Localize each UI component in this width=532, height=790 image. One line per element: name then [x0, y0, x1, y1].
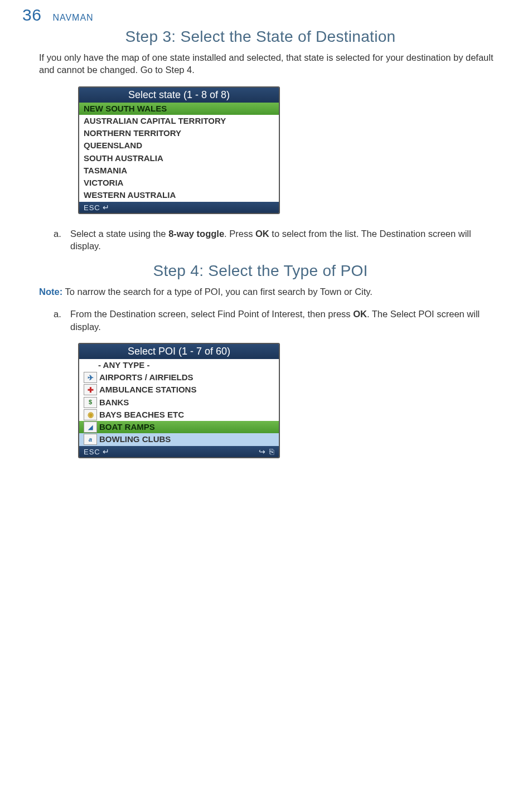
select-state-list: NEW SOUTH WALES AUSTRALIAN CAPITAL TERRI… — [79, 103, 279, 202]
esc-label[interactable]: ESC ↵ — [84, 447, 110, 456]
list-item[interactable]: NORTHERN TERRITORY — [79, 127, 279, 139]
list-item-label: AIRPORTS / AIRFIELDS — [99, 372, 194, 383]
list-item-label: AMBULANCE STATIONS — [99, 384, 196, 395]
bullet-marker: a. — [54, 227, 61, 240]
list-item-label: WESTERN AUSTRALIA — [84, 190, 176, 201]
bullet-marker: a. — [54, 308, 61, 320]
list-item[interactable]: AUSTRALIAN CAPITAL TERRITORY — [79, 115, 279, 127]
bank-icon: $ — [84, 397, 97, 408]
enter-icon: ↵ — [103, 203, 110, 212]
list-item[interactable]: WESTERN AUSTRALIA — [79, 189, 279, 201]
list-item[interactable]: - ANY TYPE - — [79, 359, 279, 371]
note-label: Note: — [39, 287, 62, 297]
blank-icon — [84, 360, 96, 370]
bowling-icon: a — [84, 434, 97, 445]
list-item[interactable]: ◢ BOAT RAMPS — [79, 421, 279, 433]
list-item[interactable]: ◉ BAYS BEACHES ETC — [79, 409, 279, 421]
note-text: To narrow the search for a type of POI, … — [62, 287, 373, 297]
bullet-text-part: Select a state using the — [70, 229, 168, 239]
step3-title: Step 3: Select the State of Destination — [22, 28, 499, 46]
list-item-label: NEW SOUTH WALES — [84, 103, 167, 114]
loop-icon[interactable]: ↪ — [259, 447, 266, 456]
footer-right: ↪ ⎘ — [259, 447, 274, 456]
list-item[interactable]: $ BANKS — [79, 396, 279, 409]
select-state-screenshot: Select state (1 - 8 of 8) NEW SOUTH WALE… — [78, 86, 280, 214]
bullet-text-part: . Press — [224, 229, 255, 239]
step4-title: Step 4: Select the Type of POI — [22, 262, 499, 280]
select-poi-titlebar: Select POI (1 - 7 of 60) — [79, 344, 279, 359]
select-poi-list: - ANY TYPE - ✈ AIRPORTS / AIRFIELDS ✚ AM… — [79, 359, 279, 446]
list-item-label: BAYS BEACHES ETC — [99, 409, 184, 420]
list-item[interactable]: SOUTH AUSTRALIA — [79, 152, 279, 164]
list-item-label: BOAT RAMPS — [99, 421, 155, 433]
list-item-label: TASMANIA — [84, 165, 127, 176]
list-item-label: SOUTH AUSTRALIA — [84, 153, 163, 164]
list-item-label: VICTORIA — [84, 177, 123, 188]
select-state-footer: ESC ↵ — [79, 202, 279, 213]
bullet-bold-1: 8-way toggle — [168, 229, 224, 239]
list-item[interactable]: ✚ AMBULANCE STATIONS — [79, 384, 279, 396]
list-item[interactable]: VICTORIA — [79, 177, 279, 189]
beach-icon: ◉ — [84, 409, 97, 420]
select-state-titlebar: Select state (1 - 8 of 8) — [79, 88, 279, 103]
page-number: 36 — [22, 6, 41, 25]
list-item[interactable]: a BOWLING CLUBS — [79, 433, 279, 445]
step4-bullet-a: a. From the Destination screen, select F… — [54, 308, 499, 333]
step3-bullet-a: a. Select a state using the 8-way toggle… — [54, 227, 499, 253]
list-item-label: NORTHERN TERRITORY — [84, 128, 181, 139]
copy-icon[interactable]: ⎘ — [269, 447, 274, 456]
select-poi-footer: ESC ↵ ↪ ⎘ — [79, 446, 279, 457]
page-root: 36 NAVMAN Step 3: Select the State of De… — [0, 0, 532, 695]
list-item[interactable]: NEW SOUTH WALES — [79, 103, 279, 115]
bullet-bold-1: OK — [353, 309, 367, 319]
bullet-text-part: From the Destination screen, select Find… — [70, 309, 353, 319]
step4-note: Note: To narrow the search for a type of… — [39, 285, 499, 298]
list-item-label: AUSTRALIAN CAPITAL TERRITORY — [84, 115, 226, 127]
bullet-bold-2: OK — [255, 229, 269, 239]
list-item-label: - ANY TYPE - — [98, 360, 150, 371]
list-item[interactable]: TASMANIA — [79, 164, 279, 177]
list-item-label: QUEENSLAND — [84, 140, 142, 151]
airplane-icon: ✈ — [84, 372, 97, 383]
step3-intro: If you only have the map of one state in… — [39, 51, 499, 76]
list-item[interactable]: QUEENSLAND — [79, 139, 279, 152]
esc-label[interactable]: ESC ↵ — [84, 203, 110, 212]
page-header: 36 NAVMAN — [22, 6, 499, 25]
list-item-label: BANKS — [99, 397, 129, 408]
list-item-label: BOWLING CLUBS — [99, 434, 171, 445]
brand-label: NAVMAN — [52, 13, 93, 23]
list-item[interactable]: ✈ AIRPORTS / AIRFIELDS — [79, 371, 279, 384]
enter-icon: ↵ — [103, 447, 110, 456]
medical-cross-icon: ✚ — [84, 384, 97, 395]
boat-ramp-icon: ◢ — [84, 421, 97, 433]
select-poi-screenshot: Select POI (1 - 7 of 60) - ANY TYPE - ✈ … — [78, 343, 280, 458]
